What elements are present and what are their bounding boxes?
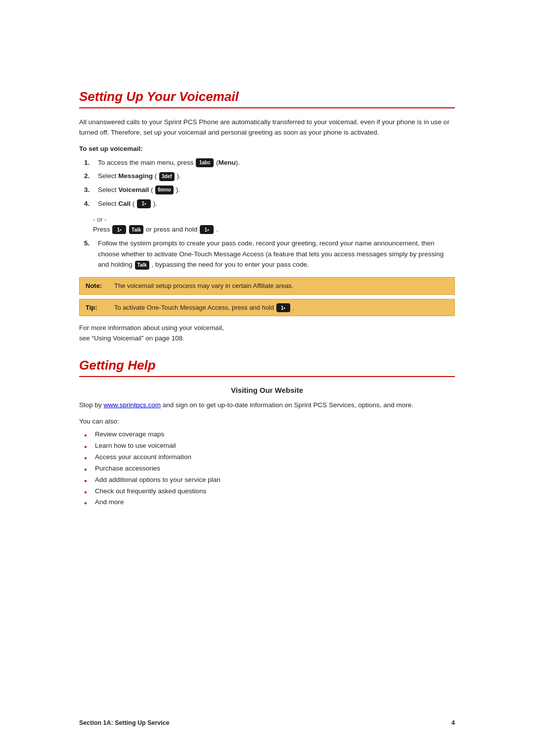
step-1-num: 1. [84, 157, 94, 168]
tip-key-badge: 1▪ [276, 303, 290, 312]
visiting-website-heading: Visiting Our Website [79, 386, 455, 394]
bullet-list: Review coverage maps Learn how to use vo… [79, 429, 455, 509]
bullet-item-3-text: Access your account information [95, 452, 191, 463]
menu-key-badge: 1abc [196, 158, 214, 167]
tip-box: Tip: To activate One-Touch Message Acces… [79, 299, 455, 317]
bullet-item-4: Purchase accessories [84, 463, 455, 474]
press-hold-badge: 1▪ [200, 225, 214, 234]
footer-left: Section 1A: Setting Up Service [79, 719, 170, 726]
bullet-item-2: Learn how to use voicemail [84, 440, 455, 452]
bullet-item-4-text: Purchase accessories [95, 463, 160, 474]
bullet-item-1: Review coverage maps [84, 429, 455, 440]
voicemail-section: Setting Up Your Voicemail All unanswered… [79, 89, 455, 344]
website-link[interactable]: www.sprintpcs.com [104, 401, 161, 409]
step-5: 5. Follow the system prompts to create y… [84, 238, 455, 270]
step-5-text: Follow the system prompts to create your… [98, 238, 455, 270]
messaging-key-badge: 3def [159, 172, 175, 181]
voicemail-intro: All unanswered calls to your Sprint PCS … [79, 117, 455, 138]
bullet-item-7: And more [84, 497, 455, 508]
step-1-text: To access the main menu, press 1abc (Men… [98, 157, 240, 168]
step-2: 2. Select Messaging ( 3def ). [84, 171, 455, 182]
bullet-item-2-text: Learn how to use voicemail [95, 440, 176, 452]
voicemail-title: Setting Up Your Voicemail [79, 89, 455, 108]
step-2-text: Select Messaging ( 3def ). [98, 171, 181, 182]
getting-help-section: Getting Help Visiting Our Website Stop b… [79, 358, 455, 508]
tip-label: Tip: [86, 303, 110, 313]
note-box: Note: The voicemail setup process may va… [79, 277, 455, 295]
getting-help-title: Getting Help [79, 358, 455, 377]
step-3-num: 3. [84, 185, 94, 195]
website-text: Stop by www.sprintpcs.com and sign on to… [79, 400, 455, 411]
tip-text: To activate One-Touch Message Access, pr… [114, 303, 294, 313]
step5-list: 5. Follow the system prompts to create y… [79, 238, 455, 270]
step-4-text: Select Call ( 1▪ ). [98, 198, 157, 209]
bullet-item-1-text: Review coverage maps [95, 429, 164, 440]
note-text: The voicemail setup process may vary in … [114, 281, 293, 291]
bullet-item-5: Add additional options to your service p… [84, 474, 455, 486]
press-talk-badge: Talk [129, 225, 143, 234]
you-can-also: You can also: [79, 418, 455, 425]
bullet-item-5-text: Add additional options to your service p… [95, 474, 221, 486]
more-info-text: For more information about using your vo… [79, 323, 455, 344]
step-3: 3. Select Voicemail ( 6mno ). [84, 185, 455, 195]
talk-key-badge: Talk [135, 261, 149, 270]
step-1: 1. To access the main menu, press 1abc (… [84, 157, 455, 168]
step-4: 4. Select Call ( 1▪ ). [84, 198, 455, 209]
bullet-item-3: Access your account information [84, 452, 455, 463]
setup-label: To set up voicemail: [79, 145, 455, 152]
page-footer: Section 1A: Setting Up Service 4 [0, 719, 534, 726]
press-1-badge: 1▪ [112, 225, 126, 234]
or-line: - or - [93, 216, 455, 223]
bullet-item-6-text: Check out frequently asked questions [95, 486, 206, 497]
call-key-badge: 1▪ [137, 199, 151, 208]
step-2-num: 2. [84, 171, 94, 182]
note-label: Note: [86, 281, 110, 291]
step-3-text: Select Voicemail ( 6mno ). [98, 185, 180, 195]
press-line: Press 1▪ Talk or press and hold 1▪ . [93, 225, 455, 234]
bullet-item-7-text: And more [95, 497, 124, 508]
footer-right: 4 [451, 719, 455, 726]
setup-steps: 1. To access the main menu, press 1abc (… [79, 157, 455, 209]
step-4-num: 4. [84, 198, 94, 209]
voicemail-key-badge: 6mno [155, 186, 174, 194]
page-container: Setting Up Your Voicemail All unanswered… [0, 0, 534, 756]
bullet-item-6: Check out frequently asked questions [84, 486, 455, 497]
step-5-num: 5. [84, 238, 94, 249]
